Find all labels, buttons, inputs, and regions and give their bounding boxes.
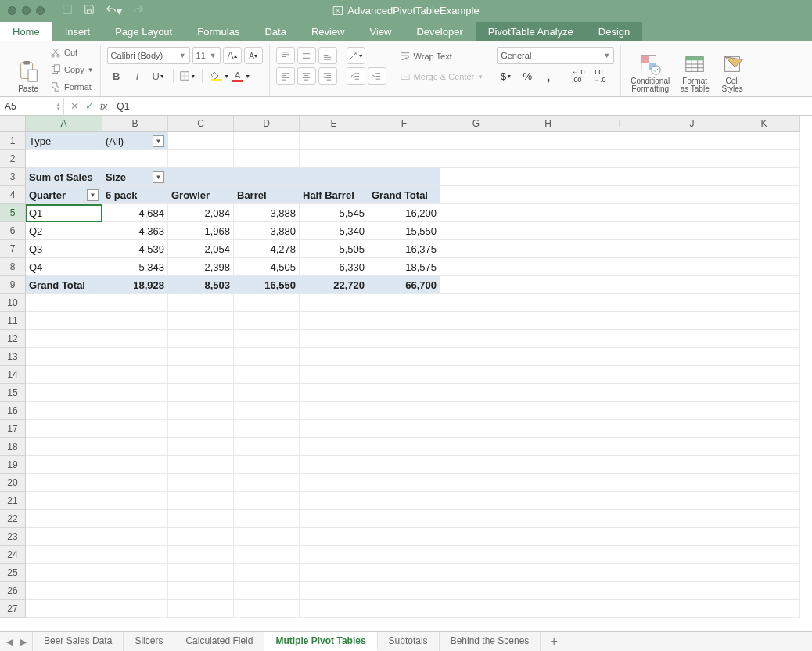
cell-K21[interactable] (728, 492, 800, 510)
add-sheet-button[interactable]: + (541, 635, 566, 649)
cell-H21[interactable] (512, 492, 584, 510)
cell-E8[interactable]: 6,330 (300, 258, 368, 276)
cell-F16[interactable] (368, 402, 440, 420)
cell-J19[interactable] (656, 456, 728, 474)
row-header-27[interactable]: 27 (0, 600, 26, 618)
cell-J11[interactable] (656, 312, 728, 330)
cell-I3[interactable] (584, 168, 656, 186)
qat-redo-icon[interactable] (133, 4, 144, 17)
cell-C8[interactable]: 2,398 (168, 258, 234, 276)
cell-G26[interactable] (440, 582, 512, 600)
cell-I22[interactable] (584, 510, 656, 528)
sheet-tab-behind-the-scenes[interactable]: Behind the Scenes (439, 632, 541, 651)
cell-K9[interactable] (728, 276, 800, 294)
cell-D26[interactable] (234, 582, 300, 600)
wrap-text-button[interactable]: Wrap Text (400, 49, 452, 64)
cell-A7[interactable]: Q3 (26, 240, 102, 258)
row-header-20[interactable]: 20 (0, 474, 26, 492)
conditional-formatting-button[interactable]: Conditional Formatting (627, 45, 673, 93)
cell-H11[interactable] (512, 312, 584, 330)
cell-H20[interactable] (512, 474, 584, 492)
cell-J25[interactable] (656, 564, 728, 582)
cell-D13[interactable] (234, 348, 300, 366)
cell-G23[interactable] (440, 528, 512, 546)
cell-A11[interactable] (26, 312, 102, 330)
cell-K19[interactable] (728, 456, 800, 474)
cell-J5[interactable] (656, 204, 728, 222)
cell-E14[interactable] (300, 366, 368, 384)
cell-B13[interactable] (102, 348, 168, 366)
cell-K1[interactable] (728, 132, 800, 150)
cell-H10[interactable] (512, 294, 584, 312)
cell-I6[interactable] (584, 222, 656, 240)
align-right-button[interactable] (318, 67, 337, 85)
cell-F11[interactable] (368, 312, 440, 330)
cell-C17[interactable] (168, 420, 234, 438)
cell-B17[interactable] (102, 420, 168, 438)
align-left-button[interactable] (276, 67, 295, 85)
cell-I25[interactable] (584, 564, 656, 582)
cell-K20[interactable] (728, 474, 800, 492)
row-header-21[interactable]: 21 (0, 492, 26, 510)
cell-E26[interactable] (300, 582, 368, 600)
cell-G2[interactable] (440, 150, 512, 168)
cell-B4[interactable]: 6 pack (102, 186, 168, 204)
align-top-button[interactable] (276, 47, 295, 64)
col-header-J[interactable]: J (656, 116, 728, 132)
cell-D11[interactable] (234, 312, 300, 330)
cell-A25[interactable] (26, 564, 102, 582)
cell-K27[interactable] (728, 600, 800, 618)
row-header-19[interactable]: 19 (0, 456, 26, 474)
cell-I9[interactable] (584, 276, 656, 294)
cell-A20[interactable] (26, 474, 102, 492)
cell-G25[interactable] (440, 564, 512, 582)
minimize-window[interactable] (22, 6, 31, 15)
sheet-nav-prev-icon[interactable]: ◀ (6, 637, 13, 647)
cell-G22[interactable] (440, 510, 512, 528)
cell-K24[interactable] (728, 546, 800, 564)
merge-center-button[interactable]: Merge & Center▼ (400, 69, 484, 85)
cell-B23[interactable] (102, 528, 168, 546)
cell-K17[interactable] (728, 420, 800, 438)
font-name-select[interactable]: Calibri (Body)▼ (107, 47, 190, 64)
cell-F14[interactable] (368, 366, 440, 384)
cell-G20[interactable] (440, 474, 512, 492)
cell-H22[interactable] (512, 510, 584, 528)
cell-H26[interactable] (512, 582, 584, 600)
cell-K25[interactable] (728, 564, 800, 582)
tab-review[interactable]: Review (299, 22, 357, 41)
cut-button[interactable]: Cut (50, 45, 94, 60)
format-painter-button[interactable]: Format (50, 79, 94, 95)
cell-J21[interactable] (656, 492, 728, 510)
cell-E15[interactable] (300, 384, 368, 402)
cell-C20[interactable] (168, 474, 234, 492)
cell-A9[interactable]: Grand Total (26, 276, 102, 294)
cell-D2[interactable] (234, 150, 300, 168)
cell-D24[interactable] (234, 546, 300, 564)
maximize-window[interactable] (36, 6, 45, 15)
cell-K12[interactable] (728, 330, 800, 348)
cell-I20[interactable] (584, 474, 656, 492)
row-header-10[interactable]: 10 (0, 294, 26, 312)
cell-K15[interactable] (728, 384, 800, 402)
row-header-23[interactable]: 23 (0, 528, 26, 546)
qat-save-icon[interactable] (84, 4, 95, 17)
cell-G9[interactable] (440, 276, 512, 294)
row-header-17[interactable]: 17 (0, 420, 26, 438)
cell-H6[interactable] (512, 222, 584, 240)
cell-D7[interactable]: 4,278 (234, 240, 300, 258)
cell-E11[interactable] (300, 312, 368, 330)
select-all-corner[interactable] (0, 116, 26, 132)
cell-C22[interactable] (168, 510, 234, 528)
cell-G6[interactable] (440, 222, 512, 240)
cell-D17[interactable] (234, 420, 300, 438)
row-header-12[interactable]: 12 (0, 330, 26, 348)
cell-C9[interactable]: 8,503 (168, 276, 234, 294)
tab-page-layout[interactable]: Page Layout (102, 22, 185, 41)
cell-G13[interactable] (440, 348, 512, 366)
cell-styles-button[interactable]: Cell Styles (717, 45, 748, 93)
sheet-tab-subtotals[interactable]: Subtotals (377, 632, 440, 651)
paste-button[interactable]: Paste (11, 45, 45, 93)
cell-B6[interactable]: 4,363 (102, 222, 168, 240)
sheet-tab-calculated-field[interactable]: Calculated Field (174, 632, 264, 651)
